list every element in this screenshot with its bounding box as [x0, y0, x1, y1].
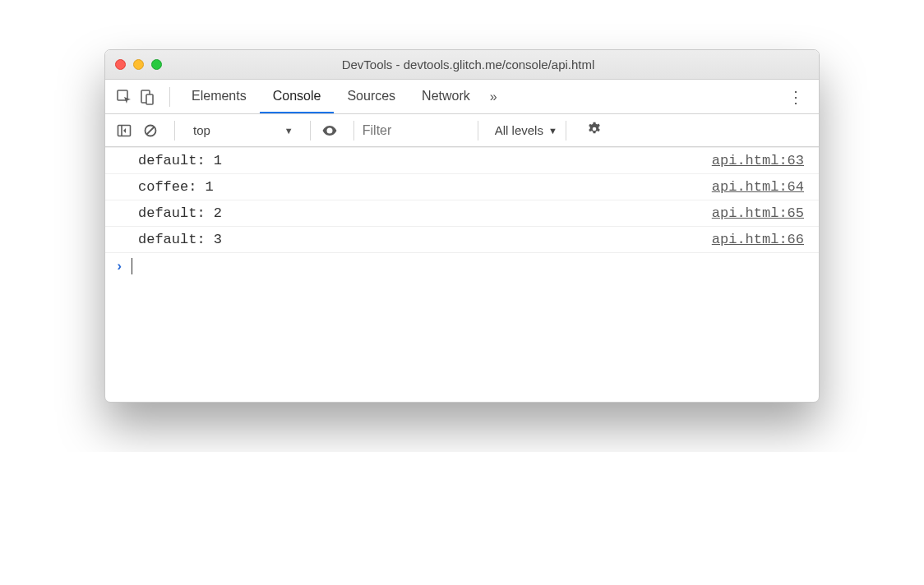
tab-console[interactable]: Console [260, 80, 335, 113]
svg-rect-2 [146, 94, 153, 104]
devtools-window: DevTools - devtools.glitch.me/console/ap… [104, 49, 820, 403]
clear-console-icon[interactable] [140, 120, 161, 141]
tabs-overflow-button[interactable]: » [483, 90, 504, 104]
window-titlebar: DevTools - devtools.glitch.me/console/ap… [105, 50, 819, 80]
log-message: default: 1 [138, 153, 222, 168]
log-levels-label: All levels [495, 123, 543, 137]
filterbar-divider-2 [310, 121, 311, 140]
console-log-row: default: 3 api.html:66 [105, 227, 819, 253]
toolbar-divider [169, 87, 170, 107]
text-cursor [132, 258, 132, 274]
console-filter-bar: top ▼ All levels ▼ [105, 114, 819, 147]
console-output: default: 1 api.html:63 coffee: 1 api.htm… [105, 147, 819, 402]
more-menu-icon[interactable]: ⋮ [783, 87, 809, 107]
log-levels-dropdown[interactable]: All levels ▼ [495, 123, 557, 137]
svg-point-7 [328, 129, 331, 132]
device-toolbar-icon[interactable] [138, 88, 156, 106]
tab-elements[interactable]: Elements [178, 80, 260, 113]
filterbar-divider-4 [478, 121, 478, 140]
log-message: default: 3 [138, 232, 222, 247]
source-link[interactable]: api.html:64 [712, 179, 804, 195]
close-button[interactable] [115, 59, 126, 70]
svg-line-6 [147, 127, 155, 134]
console-log-row: default: 2 api.html:65 [105, 200, 819, 227]
console-settings-icon[interactable] [586, 121, 603, 140]
prompt-caret-icon: › [115, 259, 123, 274]
console-log-row: default: 1 api.html:63 [105, 147, 819, 174]
console-prompt[interactable]: › [105, 253, 819, 279]
tab-sources[interactable]: Sources [334, 80, 409, 113]
context-selector[interactable]: top ▼ [185, 119, 302, 142]
context-selector-label: top [193, 123, 210, 137]
select-element-icon[interactable] [115, 88, 133, 106]
filterbar-divider-5 [566, 121, 566, 140]
tab-network[interactable]: Network [409, 80, 483, 113]
dropdown-triangle-icon: ▼ [284, 126, 293, 136]
filterbar-divider-3 [353, 121, 354, 140]
panel-toolbar: Elements Console Sources Network » ⋮ [105, 80, 819, 114]
console-log-row: coffee: 1 api.html:64 [105, 174, 819, 200]
source-link[interactable]: api.html:65 [712, 205, 804, 221]
log-message: coffee: 1 [138, 179, 214, 195]
toggle-console-sidebar-icon[interactable] [113, 120, 135, 141]
dropdown-triangle-icon: ▼ [548, 126, 557, 136]
live-expression-icon[interactable] [319, 120, 340, 141]
filter-input[interactable] [363, 123, 469, 138]
filterbar-divider-1 [174, 121, 175, 140]
window-title: DevTools - devtools.glitch.me/console/ap… [127, 58, 809, 71]
source-link[interactable]: api.html:63 [712, 153, 804, 168]
log-message: default: 2 [138, 205, 222, 221]
source-link[interactable]: api.html:66 [712, 232, 804, 247]
